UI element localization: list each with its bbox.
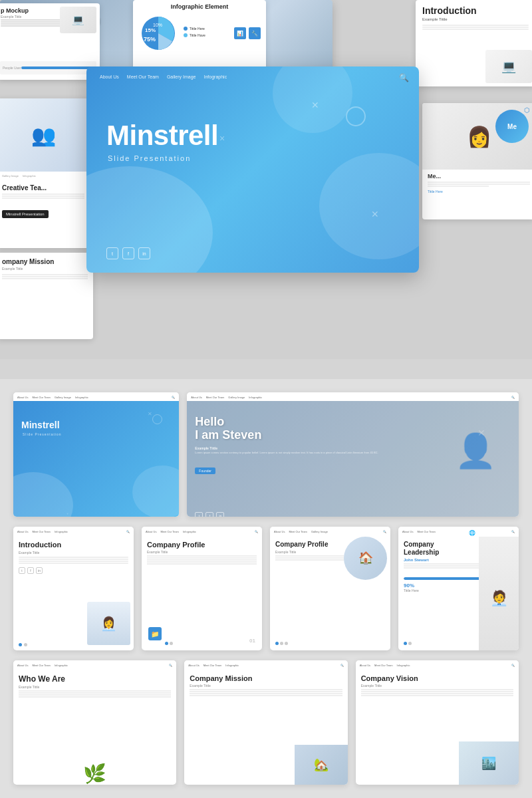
right-mid-image: 👩 Me [422, 103, 532, 170]
tcm-lines [190, 689, 342, 696]
tw-title: Who We Are [19, 674, 171, 684]
tcp1-body: Company Profile Example Tittle [142, 535, 262, 571]
slide-right-mid[interactable]: 👩 Me ⬡ Me... Tittle Here [422, 103, 532, 219]
tw-lines [19, 690, 171, 698]
deco-x-2: ✕ [371, 209, 379, 219]
tm-deco-x: ✕ [148, 411, 152, 417]
people-bar: People User [0, 61, 96, 74]
creative-nav-bar: Gallery ImageInfographic [0, 172, 90, 180]
rm-title: Me... [422, 170, 532, 181]
thumb-cv-nav: About UsMeet Our TeamInfographic 🔍 [356, 660, 519, 669]
tw-subtitle: Example Tittle [19, 685, 171, 689]
thumbnail-row-3: About UsMeet Our TeamInfographic 🔍 Who W… [13, 660, 519, 785]
rm-circle: Me [495, 110, 529, 143]
steven-deco-x: ✕ [477, 428, 485, 438]
ts-social-icons: t f in [195, 512, 224, 517]
tcv-body: Company Vision Example Tittle [356, 669, 519, 702]
thumb-who-we-are[interactable]: About UsMeet Our TeamInfographic 🔍 Who W… [13, 660, 176, 785]
infographic-legend: Tittle Here Tittle Have [184, 27, 234, 40]
hero-title: Minstrell [106, 120, 218, 152]
tcp2-dots [275, 642, 288, 645]
rm-lines: Tittle Here [422, 182, 532, 193]
deco-x-3: × [219, 133, 225, 144]
thumbnail-row-1: About UsMeet Our TeamGallery ImageInfogr… [13, 392, 519, 517]
thumb-minstrell-nav: About UsMeet Our TeamGallery ImageInfogr… [13, 392, 179, 401]
tcm-subtitle: Example Tittle [190, 684, 342, 688]
thumb-company-mission[interactable]: About UsMeet Our TeamInfographic 🔍 Compa… [184, 660, 347, 785]
tw-body: Who We Are Example Tittle [13, 669, 176, 704]
creative-team-image: 👥 [0, 98, 90, 172]
tcl-dots [404, 642, 412, 645]
svg-text:15%: 15% [145, 27, 156, 33]
mockup-device-image: 💻 [60, 7, 96, 33]
thumb-company-profile-2[interactable]: About UsMeet Our TeamGallery Image 🔍 Com… [270, 527, 390, 651]
tcv-lines [361, 689, 513, 696]
slide-introduction-top[interactable]: Introduction Example Tittle 💻 [416, 0, 532, 86]
tcp1-subtitle: Example Tittle [147, 550, 257, 554]
slide-creative-team[interactable]: 👥 Gallery ImageInfographic Creative Tea.… [0, 98, 90, 248]
ti-tw[interactable]: t [19, 567, 25, 574]
svg-text:75%: 75% [144, 36, 156, 43]
thumb-cm-nav: About UsMeet Our TeamInfographic 🔍 [184, 660, 347, 669]
thumb-steven-nav: About UsMeet Our TeamGallery ImageInfogr… [187, 392, 519, 401]
tm-blob-1 [13, 472, 73, 517]
plant-image: 🌿 [83, 763, 106, 785]
thumb-company-profile-1[interactable]: About UsMeet Our TeamInfographic 🔍 Compa… [142, 527, 262, 651]
ti-title: Introduction [19, 541, 128, 549]
facebook-icon[interactable]: f [122, 247, 134, 259]
ti-person-image: 👩‍💼 [87, 602, 130, 645]
infographic-icons: 📊 🔧 [234, 27, 261, 39]
slide-app-mockup[interactable]: p Mockup Example Tittle 💻 People User [0, 3, 100, 80]
ti-social: t f in [19, 567, 128, 574]
creative-title: Creative Tea... [0, 180, 90, 193]
cm-bg-lines [0, 274, 93, 279]
hero-search-icon[interactable]: 🔍 [399, 73, 409, 82]
ts-instagram-icon[interactable]: in [216, 512, 224, 517]
ti-fb[interactable]: f [27, 567, 34, 574]
hero-deco-circle [346, 106, 366, 126]
thumb-company-vision[interactable]: About UsMeet Our TeamInfographic 🔍 Compa… [356, 660, 519, 785]
tcp1-lines [147, 555, 257, 565]
ts-subtitle: Example Tittle [195, 446, 217, 450]
infographic-title: Infographic Element [133, 0, 266, 13]
tcl-person-image: 🧑‍💼 [479, 537, 519, 651]
ts-facebook-icon[interactable]: f [205, 512, 213, 517]
deco-x-1: ✕ [311, 100, 319, 110]
thumb-steven-content: Hello I am Steven Example Tittle Lorem i… [187, 401, 519, 517]
globe-icon: 🌐 [469, 530, 475, 536]
infographic-body: 15% 10% 75% Tittle Here Tittle Have 📊 🔧 [133, 13, 266, 53]
hero-slide[interactable]: About UsMeet Our TeamGallery ImageInfogr… [86, 66, 419, 273]
ti-in[interactable]: in [36, 567, 43, 574]
thumbnail-row-2: About UsMeet Our TeamInfographic 🔍 Intro… [13, 527, 519, 651]
hero-navigation: About UsMeet Our TeamGallery ImageInfogr… [100, 74, 227, 79]
tcm-room-image: 🏡 [295, 745, 348, 785]
thumb-hello-steven[interactable]: About UsMeet Our TeamGallery ImageInfogr… [187, 392, 519, 517]
instagram-icon[interactable]: in [138, 247, 150, 259]
thumb-minstrell-content: Minstrell Slide Presentation ✕ + [13, 401, 179, 517]
section-divider [0, 359, 532, 379]
intro-top-title: Introduction [416, 0, 532, 17]
thumb-cl-nav: About UsMeet Our Team 🔍 [398, 527, 519, 535]
minstrell-badge: Minstrell Presentation [2, 210, 49, 218]
thumb-cp1-nav: About UsMeet Our TeamInfographic 🔍 [142, 527, 262, 535]
tm-title: Minstrell [21, 420, 60, 430]
thumb-intro-body: Introduction Example Tittle t f in [13, 535, 134, 579]
ti-lines [19, 557, 128, 564]
thumb-company-leadership[interactable]: About UsMeet Our Team 🔍 CompanyLeadershi… [398, 527, 519, 651]
creative-lines [0, 194, 90, 199]
tm-deco-plus: + [66, 511, 69, 515]
ts-twitter-icon[interactable]: t [195, 512, 203, 517]
tcp1-title: Company Profile [147, 541, 257, 549]
twitter-icon[interactable]: t [106, 247, 118, 259]
tm-blob-2 [132, 466, 179, 517]
tcp1-icon: 📁 [148, 627, 162, 640]
tcm-body: Company Mission Example Tittle [184, 669, 347, 702]
tcv-interior-image: 🏙️ [459, 741, 519, 785]
thumb-introduction[interactable]: About UsMeet Our TeamInfographic 🔍 Intro… [13, 527, 134, 651]
share-icon: ⬡ [524, 106, 530, 114]
thumb-minstrell[interactable]: About UsMeet Our TeamGallery ImageInfogr… [13, 392, 179, 517]
tcv-title: Company Vision [361, 674, 513, 682]
steven-person-image: 👤 [432, 411, 519, 491]
slide-company-mission-bg[interactable]: ompany Mission Example Tittle [0, 253, 93, 339]
tm-subtitle: Slide Presentation [23, 432, 62, 436]
